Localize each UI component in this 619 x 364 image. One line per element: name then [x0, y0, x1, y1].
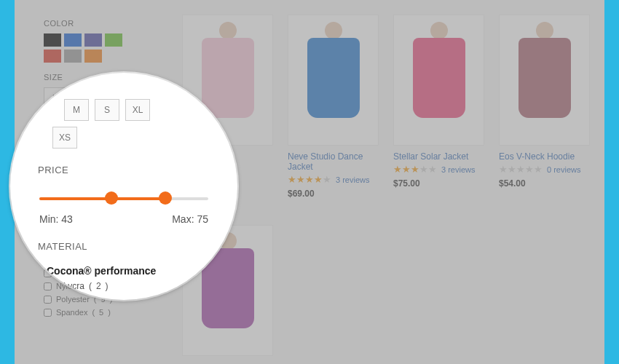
rating-row: ★★★★★ 3 reviews	[288, 175, 379, 184]
product-price: $69.00	[288, 189, 379, 199]
star-rating-icon: ★★★★★	[499, 165, 543, 174]
material-option[interactable]: Spandex (5)	[44, 306, 182, 319]
material-label: Polyester	[56, 295, 90, 304]
reviews-link[interactable]: 0 reviews	[547, 165, 580, 174]
size-option-m[interactable]: M	[64, 99, 89, 121]
product-image	[499, 15, 590, 146]
reviews-link[interactable]: 3 reviews	[441, 165, 475, 174]
checkbox-icon[interactable]	[44, 309, 52, 317]
color-swatch[interactable]	[64, 33, 82, 47]
product-name: Eos V-Neck Hoodie	[499, 151, 590, 162]
product-image	[288, 15, 379, 146]
color-swatch[interactable]	[44, 33, 61, 47]
price-min-label: Min: 43	[39, 213, 73, 225]
filter-label-color: COLOR	[44, 19, 182, 28]
filter-label-material: MATERIAL	[38, 241, 216, 252]
color-swatch[interactable]	[64, 50, 82, 63]
product-card[interactable]: Eos V-Neck Hoodie ★★★★★ 0 reviews $54.00	[499, 15, 590, 207]
material-option-featured[interactable]: Cocona® performance	[47, 265, 216, 277]
checkbox-icon[interactable]	[44, 296, 52, 304]
star-rating-icon: ★★★★★	[288, 175, 331, 184]
product-card[interactable]: Neve Studio Dance Jacket ★★★★★ 3 reviews…	[288, 15, 379, 207]
filter-label-price: PRICE	[38, 165, 216, 175]
rating-row: ★★★★★ 3 reviews	[393, 165, 484, 174]
magnifier-lens: M S XL XS PRICE Min: 43 Max: 75 MATERIAL…	[10, 73, 237, 300]
product-card[interactable]: Stellar Solar Jacket ★★★★★ 3 reviews $75…	[393, 15, 484, 207]
color-swatch-group	[44, 33, 131, 63]
size-option-xs[interactable]: XS	[52, 127, 77, 149]
color-swatch[interactable]	[105, 33, 122, 47]
product-price: $75.00	[393, 178, 484, 189]
slider-handle-min[interactable]	[105, 191, 118, 205]
color-swatch[interactable]	[84, 33, 102, 47]
product-grid: Neve Studio Dance Jacket ★★★★★ 3 reviews…	[182, 15, 590, 364]
product-name: Neve Studio Dance Jacket	[288, 151, 379, 172]
size-option-s[interactable]: S	[95, 99, 119, 121]
star-rating-icon: ★★★★★	[393, 165, 437, 174]
color-swatch[interactable]	[84, 50, 102, 63]
rating-row: ★★★★★ 0 reviews	[499, 165, 590, 174]
reviews-link[interactable]: 3 reviews	[336, 175, 369, 184]
checkbox-icon[interactable]	[44, 282, 52, 290]
product-price: $54.00	[499, 178, 590, 189]
color-swatch[interactable]	[44, 50, 61, 63]
material-label: Spandex	[56, 308, 87, 317]
price-slider[interactable]	[39, 191, 208, 206]
product-image	[393, 15, 484, 146]
slider-handle-max[interactable]	[159, 191, 172, 205]
product-name: Stellar Solar Jacket	[393, 151, 484, 162]
slider-fill	[39, 197, 165, 200]
price-max-label: Max: 75	[172, 213, 208, 225]
size-option-xl[interactable]: XL	[125, 99, 150, 121]
